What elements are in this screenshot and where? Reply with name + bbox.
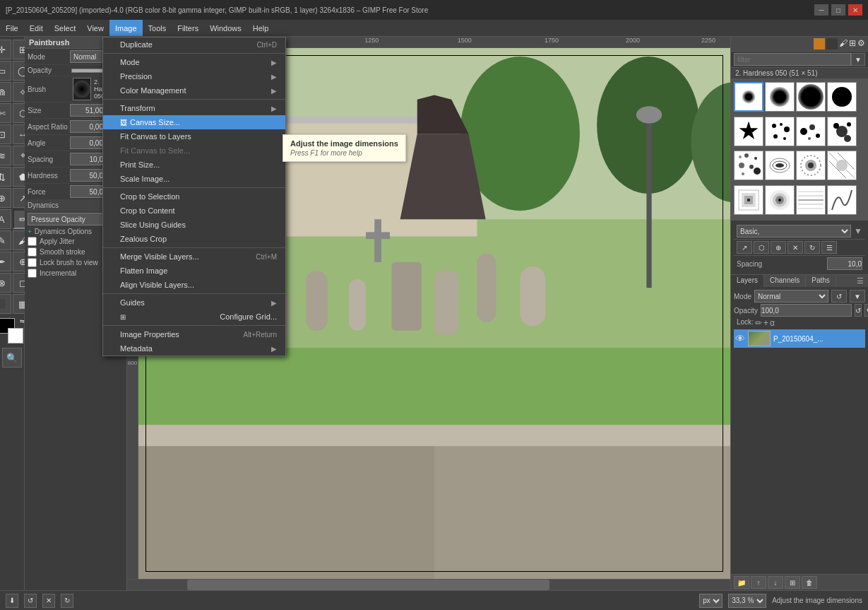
menu-image-properties[interactable]: Image Properties Alt+Return <box>103 327 285 341</box>
tool-move[interactable]: ✛ <box>0 40 11 59</box>
menu-align-visible-layers[interactable]: Align Visible Layers... <box>103 278 285 292</box>
tool-rect-select[interactable]: ▭ <box>0 61 11 81</box>
menu-mode[interactable]: Mode ▶ <box>103 55 285 69</box>
tool-flip[interactable]: ⇅ <box>0 167 11 187</box>
statusbar-tool-button[interactable]: ⬇ <box>6 594 18 608</box>
menu-edit[interactable]: Edit <box>24 20 49 36</box>
filter-dropdown-button[interactable]: ▼ <box>851 53 865 66</box>
background-color[interactable] <box>8 328 23 344</box>
lock-pixels-button[interactable]: ✏ <box>755 318 762 328</box>
layer-action-delete[interactable]: 🗑 <box>802 576 817 589</box>
settings-icon[interactable]: ⚙ <box>857 38 865 49</box>
menu-merge-visible[interactable]: Merge Visible Layers... Ctrl+M <box>103 250 285 264</box>
minimize-button[interactable]: ─ <box>814 4 828 16</box>
statusbar-redo-button[interactable]: ↻ <box>61 594 73 608</box>
menu-scale-image[interactable]: Scale Image... <box>103 172 285 186</box>
layer-action-up[interactable]: ↑ <box>751 576 766 589</box>
menu-filters[interactable]: Filters <box>172 20 204 36</box>
tool-warp[interactable]: ≋ <box>0 146 11 165</box>
layers-menu-button[interactable]: ☰ <box>852 275 868 287</box>
statusbar-undo-button[interactable]: ↺ <box>24 594 37 608</box>
menu-crop-to-content[interactable]: Crop to Content <box>103 204 285 218</box>
pattern-icon[interactable]: ⊞ <box>849 38 856 49</box>
brush-cell-scatter1[interactable] <box>765 117 795 146</box>
brush-spacing-input[interactable] <box>827 257 862 270</box>
aspect-input[interactable] <box>70 120 105 133</box>
menu-slice-using-guides[interactable]: Slice Using Guides <box>103 218 285 232</box>
brush-options-menu[interactable]: ▼ <box>854 226 862 236</box>
menu-fit-canvas-to-layers[interactable]: Fit Canvas to Layers <box>103 129 285 143</box>
brush-cell-texture4[interactable] <box>827 151 857 180</box>
lock-alpha-button[interactable]: α <box>770 318 775 328</box>
layer-item[interactable]: 👁 P_20150604_... <box>734 329 865 348</box>
brush-icon[interactable]: 🖌 <box>839 38 848 49</box>
layer-visibility-icon[interactable]: 👁 <box>735 333 745 344</box>
layer-opacity-input[interactable] <box>761 304 852 317</box>
layer-action-down[interactable]: ↓ <box>768 576 783 589</box>
menu-image[interactable]: Image <box>109 20 143 36</box>
color-swatch-orange[interactable] <box>814 38 825 49</box>
brush-cell-soft-medium[interactable] <box>765 82 795 112</box>
brush-cell-scatter3[interactable] <box>827 117 857 146</box>
tool-scissors[interactable]: ✄ <box>0 103 11 123</box>
menu-help[interactable]: Help <box>247 20 275 36</box>
brush-set-select[interactable]: Basic, <box>737 225 851 237</box>
menu-canvas-size[interactable]: 🖼 Canvas Size... <box>103 115 285 129</box>
close-button[interactable]: ✕ <box>848 4 862 16</box>
menu-print-size[interactable]: Print Size... <box>103 158 285 172</box>
swap-colors[interactable]: ⇆ <box>20 318 25 324</box>
brush-cell-soft-small[interactable] <box>734 82 763 112</box>
force-input[interactable] <box>70 185 105 198</box>
brush-action-3[interactable]: ⊕ <box>771 241 786 254</box>
spacing-input[interactable] <box>70 153 105 165</box>
menu-flatten-image[interactable]: Flatten Image <box>103 264 285 278</box>
lock-brush-check[interactable] <box>28 258 37 267</box>
tool-crop[interactable]: ⊡ <box>0 124 11 144</box>
menu-select[interactable]: Select <box>49 20 82 36</box>
brush-cell-texture2[interactable] <box>765 151 795 180</box>
layer-opacity-options[interactable]: ▼ <box>864 304 868 317</box>
tool-heal[interactable]: ⊗ <box>0 273 11 293</box>
tool-free-select[interactable]: ⋒ <box>0 82 11 102</box>
tool-text[interactable]: A <box>0 209 11 229</box>
angle-input[interactable] <box>70 136 105 149</box>
menu-metadata[interactable]: Metadata ▶ <box>103 341 285 356</box>
menu-configure-grid[interactable]: ⊞ Configure Grid... <box>103 310 285 324</box>
layer-mode-history[interactable]: ↺ <box>831 290 847 303</box>
color-swatch-dark[interactable] <box>826 38 838 49</box>
layer-opacity-history[interactable]: ↺ <box>855 304 862 317</box>
brush-cell-star[interactable] <box>734 117 763 146</box>
menu-guides[interactable]: Guides ▶ <box>103 295 285 310</box>
brush-cell-soft-large[interactable] <box>796 82 826 112</box>
brush-action-settings[interactable]: ☰ <box>821 241 837 254</box>
menu-tools[interactable]: Tools <box>143 20 172 36</box>
brush-action-4[interactable]: ✕ <box>787 241 803 254</box>
layer-action-duplicate[interactable]: ⊞ <box>785 576 800 589</box>
brush-cell-texture8[interactable] <box>827 185 857 215</box>
tool-zoom-main[interactable]: 🔍 <box>2 348 22 368</box>
menu-zealous-crop[interactable]: Zealous Crop <box>103 232 285 246</box>
tool-zoom[interactable]: ⊕ <box>0 188 11 208</box>
tab-layers[interactable]: Layers <box>731 275 764 287</box>
tab-channels[interactable]: Channels <box>764 275 806 287</box>
brush-cell-texture1[interactable] <box>734 151 763 180</box>
brush-action-refresh[interactable]: ↻ <box>804 241 820 254</box>
brush-action-1[interactable]: ↗ <box>737 241 752 254</box>
layer-mode-options[interactable]: ▼ <box>850 290 865 303</box>
apply-jitter-check[interactable] <box>28 237 37 246</box>
incremental-check[interactable] <box>28 269 37 278</box>
statusbar-close-button[interactable]: ✕ <box>42 594 55 608</box>
menu-crop-to-selection[interactable]: Crop to Selection <box>103 189 285 204</box>
brush-cell-scatter2[interactable] <box>796 117 826 146</box>
tool-ink[interactable]: ✒ <box>0 252 11 271</box>
layer-mode-select[interactable]: Normal <box>754 290 828 303</box>
menu-windows[interactable]: Windows <box>204 20 247 36</box>
brush-preview[interactable] <box>73 78 91 100</box>
tab-paths[interactable]: Paths <box>806 275 836 287</box>
zoom-select[interactable]: 33,3 % <box>728 594 766 608</box>
brush-cell-hard[interactable] <box>827 82 857 112</box>
brush-cell-texture5[interactable] <box>734 185 763 215</box>
menu-color-management[interactable]: Color Management ▶ <box>103 83 285 98</box>
unit-select[interactable]: px <box>699 594 723 608</box>
lock-position-button[interactable]: + <box>763 318 768 328</box>
